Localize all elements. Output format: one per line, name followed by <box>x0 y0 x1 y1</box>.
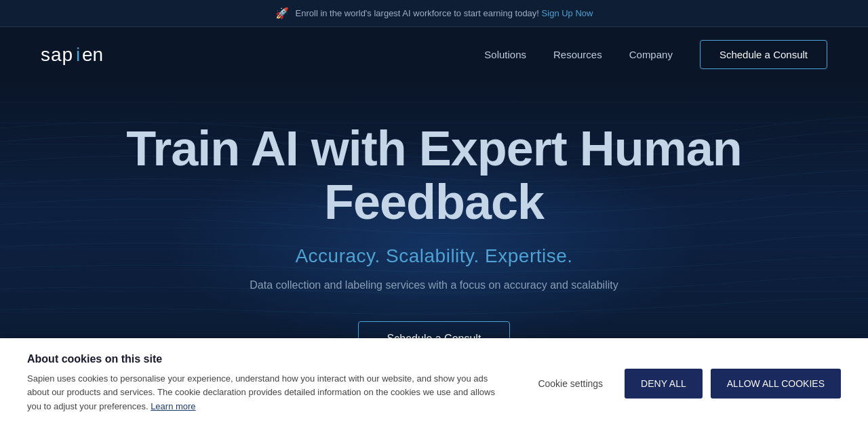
cookie-buttons: Cookie settings DENY ALL ALLOW ALL COOKI… <box>524 369 841 399</box>
cookie-title: About cookies on this site <box>27 353 511 365</box>
cookie-settings-button[interactable]: Cookie settings <box>524 369 616 399</box>
hero-title: Train AI with Expert Human Feedback <box>68 122 800 229</box>
hero-content: Train AI with Expert Human Feedback Accu… <box>68 122 800 356</box>
signup-link[interactable]: Sign Up Now <box>542 8 593 18</box>
svg-text:en: en <box>82 44 103 65</box>
navbar: sap i en Solutions Resources Company Sch… <box>0 27 868 81</box>
nav-solutions[interactable]: Solutions <box>484 49 526 60</box>
cookie-description: Sapien uses cookies to personalise your … <box>27 372 511 414</box>
rocket-icon: 🚀 <box>275 7 289 20</box>
logo[interactable]: sap i en <box>41 42 129 66</box>
hero-description: Data collection and labeling services wi… <box>68 279 800 291</box>
cookie-banner: About cookies on this site Sapien uses c… <box>0 338 868 429</box>
cookie-learn-more-link[interactable]: Learn more <box>151 401 195 411</box>
nav-links: Solutions Resources Company Schedule a C… <box>484 40 827 69</box>
svg-text:i: i <box>76 44 80 65</box>
nav-resources[interactable]: Resources <box>553 49 602 60</box>
hero-subtitle: Accuracy. Scalability. Expertise. <box>68 245 800 267</box>
cookie-text-section: About cookies on this site Sapien uses c… <box>27 353 511 414</box>
svg-text:sap: sap <box>41 44 73 65</box>
announcement-text: Enroll in the world's largest AI workfor… <box>296 8 593 18</box>
cookie-deny-button[interactable]: DENY ALL <box>625 369 703 399</box>
nav-company[interactable]: Company <box>629 49 673 60</box>
schedule-consult-button-nav[interactable]: Schedule a Consult <box>700 40 827 69</box>
cookie-allow-button[interactable]: ALLOW ALL COOKIES <box>711 369 841 399</box>
announcement-bar: 🚀 Enroll in the world's largest AI workf… <box>0 0 868 27</box>
